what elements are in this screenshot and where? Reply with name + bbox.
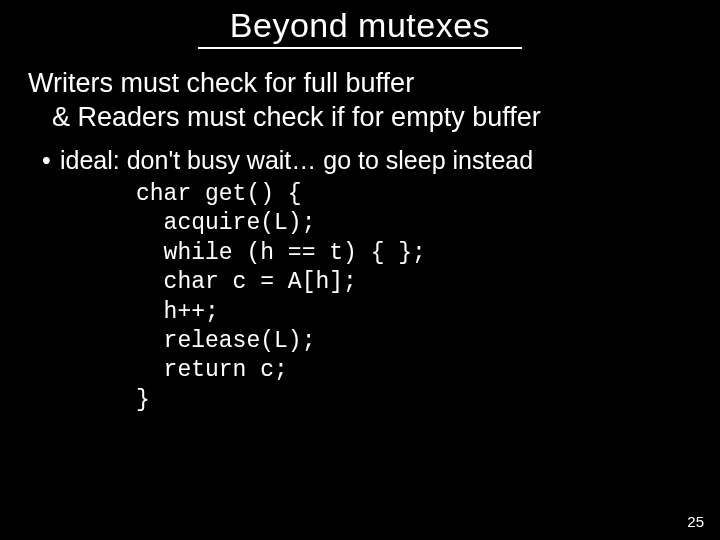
title-wrap: Beyond mutexes	[0, 0, 720, 49]
bullet-text: ideal: don't busy wait… go to sleep inst…	[60, 146, 533, 174]
slide-title: Beyond mutexes	[198, 6, 522, 49]
page-number: 25	[687, 513, 704, 530]
lead-line-2: & Readers must check if for empty buffer	[28, 101, 692, 135]
content-area: Writers must check for full buffer & Rea…	[0, 49, 720, 415]
slide: Beyond mutexes Writers must check for fu…	[0, 0, 720, 540]
lead-text: Writers must check for full buffer & Rea…	[28, 67, 692, 135]
bullet-item: •ideal: don't busy wait… go to sleep ins…	[28, 145, 692, 176]
bullet-dot-icon: •	[42, 145, 60, 176]
code-block: char get() { acquire(L); while (h == t) …	[28, 176, 692, 416]
lead-line-1: Writers must check for full buffer	[28, 68, 414, 98]
